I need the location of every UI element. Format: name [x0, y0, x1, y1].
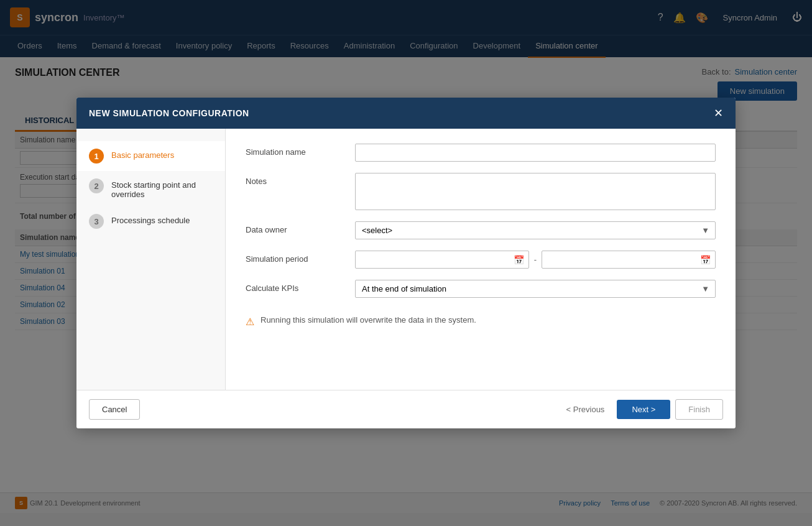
- period-start-wrapper: 📅: [355, 251, 529, 269]
- cancel-button[interactable]: Cancel: [89, 399, 140, 420]
- step-3[interactable]: 3 Processings schedule: [76, 206, 225, 236]
- finish-button[interactable]: Finish: [675, 399, 723, 420]
- period-end-wrapper: 📅: [542, 251, 716, 269]
- simulation-period-label: Simulation period: [246, 251, 345, 264]
- step-3-label: Processings schedule: [111, 214, 190, 225]
- warning-icon: ⚠: [246, 316, 254, 328]
- next-button[interactable]: Next >: [617, 400, 670, 419]
- form-row-simulation-name: Simulation name: [246, 144, 716, 162]
- new-simulation-modal: NEW SIMULATION CONFIGURATION ✕ 1 Basic p…: [76, 98, 736, 428]
- form-row-simulation-period: Simulation period 📅 - 📅: [246, 251, 716, 269]
- step-2[interactable]: 2 Stock starting point and overrides: [76, 171, 225, 206]
- form-row-data-owner: Data owner <select> ▼: [246, 221, 716, 239]
- simulation-name-label: Simulation name: [246, 144, 345, 157]
- step-3-number: 3: [89, 214, 104, 229]
- period-end-input[interactable]: [542, 251, 716, 269]
- data-owner-label: Data owner: [246, 221, 345, 234]
- calendar-start-icon[interactable]: 📅: [514, 255, 524, 265]
- steps-panel: 1 Basic parameters 2 Stock starting poin…: [76, 129, 226, 390]
- nav-buttons: < Previous Next > Finish: [559, 399, 723, 420]
- form-row-calculate-kpis: Calculate KPIs At the end of simulation …: [246, 280, 716, 298]
- calculate-kpis-select[interactable]: At the end of simulation Monthly Weekly: [355, 280, 716, 298]
- data-owner-select[interactable]: <select>: [355, 221, 716, 239]
- calculate-kpis-label: Calculate KPIs: [246, 280, 345, 293]
- modal-footer: Cancel < Previous Next > Finish: [76, 390, 736, 428]
- step-1-label: Basic parameters: [111, 149, 174, 160]
- date-range: 📅 - 📅: [355, 251, 716, 269]
- simulation-name-input[interactable]: [355, 144, 716, 162]
- calculate-kpis-select-wrapper: At the end of simulation Monthly Weekly …: [355, 280, 716, 298]
- step-2-label: Stock starting point and overrides: [111, 178, 213, 199]
- step-1[interactable]: 1 Basic parameters: [76, 141, 225, 171]
- form-row-notes: Notes: [246, 173, 716, 210]
- modal-header: NEW SIMULATION CONFIGURATION ✕: [76, 98, 736, 129]
- step-2-number: 2: [89, 178, 104, 193]
- date-separator: -: [534, 255, 537, 264]
- data-owner-select-wrapper: <select> ▼: [355, 221, 716, 239]
- warning-text: Running this simulation will overwrite t…: [261, 315, 476, 325]
- warning-row: ⚠ Running this simulation will overwrite…: [246, 309, 716, 334]
- modal-overlay: NEW SIMULATION CONFIGURATION ✕ 1 Basic p…: [0, 0, 812, 513]
- calendar-end-icon[interactable]: 📅: [700, 255, 711, 265]
- modal-close-button[interactable]: ✕: [714, 106, 723, 120]
- form-panel: Simulation name Notes Data owner <select…: [226, 129, 736, 390]
- step-1-number: 1: [89, 149, 104, 164]
- period-start-input[interactable]: [355, 251, 529, 269]
- previous-button[interactable]: < Previous: [559, 400, 612, 419]
- notes-label: Notes: [246, 173, 345, 186]
- modal-body: 1 Basic parameters 2 Stock starting poin…: [76, 129, 736, 390]
- modal-title: NEW SIMULATION CONFIGURATION: [89, 108, 249, 118]
- notes-textarea[interactable]: [355, 173, 716, 210]
